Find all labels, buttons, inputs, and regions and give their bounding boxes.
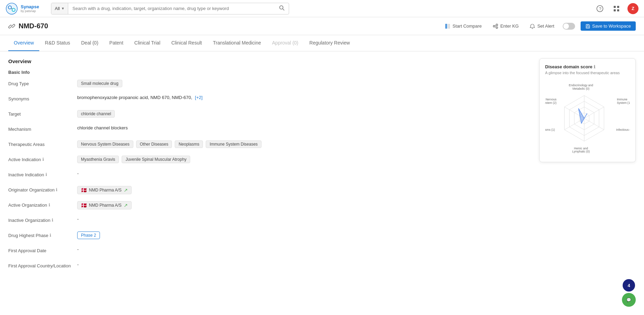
drug-highest-phase-value: Phase 2 bbox=[77, 232, 636, 239]
org-growth-icon: ↗ bbox=[124, 187, 128, 193]
label-infectious: Infectious (0) bbox=[616, 128, 630, 131]
content-area: Overview Basic Info Drug Type Small mole… bbox=[0, 51, 644, 284]
active-org-name: NMD Pharma A/S bbox=[89, 203, 122, 208]
inactive-indication-label: Inactive Indication ℹ bbox=[8, 171, 77, 177]
first-approval-date-row: First Approval Date - bbox=[8, 247, 636, 256]
drug-title-area: NMD-670 bbox=[8, 22, 48, 30]
svg-rect-11 bbox=[617, 9, 619, 11]
svg-text:?: ? bbox=[599, 6, 602, 11]
tab-translational-medicine[interactable]: Translational Medicine bbox=[207, 35, 267, 51]
originator-org-label: Originator Organization ℹ bbox=[8, 186, 77, 193]
org-flag-icon: 🇩🇰 bbox=[81, 187, 87, 193]
radar-chart: Endocrinology and Metabolic (0) Immune S… bbox=[545, 80, 630, 156]
originator-org-row: Originator Organization ℹ 🇩🇰 NMD Pharma … bbox=[8, 186, 636, 196]
synonyms-label: Synonyms bbox=[8, 95, 77, 101]
label-hemic: Hemic and bbox=[574, 147, 588, 150]
active-org-label: Active Organization ℹ bbox=[8, 201, 77, 208]
originator-org-tag[interactable]: 🇩🇰 NMD Pharma A/S ↗ bbox=[77, 186, 132, 194]
disease-panel-subtitle: A glimpse into the focused therapeutic a… bbox=[545, 71, 630, 75]
svg-point-17 bbox=[496, 27, 498, 28]
inactive-org-info-icon[interactable]: ℹ bbox=[52, 218, 53, 223]
apps-button[interactable] bbox=[611, 3, 622, 14]
tab-rd-status[interactable]: R&D Status bbox=[39, 35, 75, 51]
phase-info-icon[interactable]: ℹ bbox=[50, 233, 51, 238]
label-endocrinology: Endocrinology and bbox=[569, 83, 593, 87]
disease-panel-title: Disease domain score ℹ bbox=[545, 64, 630, 69]
svg-point-15 bbox=[493, 25, 495, 27]
kg-icon bbox=[493, 23, 498, 29]
synapse-logo bbox=[6, 2, 18, 15]
tab-clinical-result[interactable]: Clinical Result bbox=[166, 35, 207, 51]
user-avatar[interactable]: Z bbox=[627, 3, 638, 14]
first-approval-country-value: - bbox=[77, 262, 636, 267]
svg-line-19 bbox=[495, 27, 496, 27]
drug-highest-phase-row: Drug Highest Phase ℹ Phase 2 bbox=[8, 232, 636, 241]
top-navigation: Synapse by patsnap All ▼ ? bbox=[0, 0, 644, 17]
drug-header: NMD-670 Start Compare Enter KG bbox=[0, 17, 644, 35]
therapeutic-areas-label: Therapeutic Areas bbox=[8, 140, 77, 147]
disease-panel-info-icon[interactable]: ℹ bbox=[594, 65, 595, 69]
search-button[interactable] bbox=[275, 5, 289, 12]
tab-clinical-trial[interactable]: Clinical Trial bbox=[129, 35, 166, 51]
svg-line-18 bbox=[495, 25, 496, 26]
svg-rect-13 bbox=[445, 24, 447, 29]
synonyms-more-link[interactable]: [+2] bbox=[195, 95, 203, 100]
drug-type-tag: Small molecule drug bbox=[77, 80, 122, 87]
originator-org-info-icon[interactable]: ℹ bbox=[56, 187, 58, 192]
inactive-indication-info-icon[interactable]: ℹ bbox=[45, 172, 47, 177]
apps-icon bbox=[613, 6, 620, 12]
notification-badge[interactable]: 4 bbox=[623, 279, 635, 284]
label-lymphatic: Lymphatic (0) bbox=[572, 150, 590, 153]
therapeutic-area-tag-1: Nervous System Diseases bbox=[77, 140, 133, 148]
inactive-indication-row: Inactive Indication ℹ - bbox=[8, 171, 636, 180]
indication-tag-2: Juvenile Spinal Muscular Atrophy bbox=[122, 156, 190, 163]
logo-text: Synapse by patsnap bbox=[21, 4, 39, 13]
indication-tag-1: Myasthenia Gravis bbox=[77, 156, 119, 163]
tab-overview[interactable]: Overview bbox=[8, 35, 39, 51]
logo-area: Synapse by patsnap bbox=[6, 2, 47, 15]
active-indication-info-icon[interactable]: ℹ bbox=[42, 157, 44, 162]
svg-rect-14 bbox=[448, 24, 450, 29]
target-label: Target bbox=[8, 110, 77, 117]
tab-deal[interactable]: Deal (0) bbox=[76, 35, 104, 51]
start-compare-button[interactable]: Start Compare bbox=[442, 22, 484, 30]
filter-chevron-icon: ▼ bbox=[61, 7, 64, 10]
nav-right-actions: ? Z bbox=[594, 3, 638, 14]
search-filter-dropdown[interactable]: All ▼ bbox=[51, 3, 68, 14]
active-org-value: 🇩🇰 NMD Pharma A/S ↗ bbox=[77, 201, 636, 209]
set-alert-button[interactable]: Set Alert bbox=[527, 22, 557, 30]
search-input[interactable] bbox=[68, 6, 275, 11]
link-icon bbox=[8, 23, 15, 30]
synonyms-text: bromophenoxyazole propanoic acid, NMD 67… bbox=[77, 95, 192, 100]
alert-toggle[interactable] bbox=[563, 23, 575, 30]
active-org-tag[interactable]: 🇩🇰 NMD Pharma A/S ↗ bbox=[77, 201, 132, 209]
first-approval-country-label: First Approval Country/Location bbox=[8, 262, 77, 268]
phase-tag: Phase 2 bbox=[77, 232, 100, 239]
save-to-workspace-button[interactable]: Save to Workspace bbox=[581, 21, 636, 31]
label-metabolic: Metabolic (0) bbox=[573, 87, 590, 90]
tab-regulatory-review[interactable]: Regulatory Review bbox=[304, 35, 356, 51]
tab-patent[interactable]: Patent bbox=[104, 35, 129, 51]
svg-point-16 bbox=[496, 24, 498, 26]
alert-icon bbox=[530, 23, 535, 29]
active-org-flag-icon: 🇩🇰 bbox=[81, 203, 87, 208]
svg-rect-21 bbox=[587, 24, 588, 26]
enter-kg-button[interactable]: Enter KG bbox=[490, 22, 521, 30]
therapeutic-area-tag-2: Other Diseases bbox=[136, 140, 172, 148]
svg-line-12 bbox=[11, 26, 12, 27]
filter-label: All bbox=[55, 6, 60, 11]
first-approval-country-row: First Approval Country/Location - bbox=[8, 262, 636, 272]
inactive-org-row: Inactive Organization ℹ - bbox=[8, 216, 636, 226]
label-neoplasms: Neoplasms (1) bbox=[545, 128, 555, 131]
help-button[interactable]: ? bbox=[594, 3, 605, 14]
active-org-row: Active Organization ℹ 🇩🇰 NMD Pharma A/S … bbox=[8, 201, 636, 211]
search-filter-bar[interactable]: All ▼ bbox=[51, 3, 289, 14]
inactive-org-value: - bbox=[77, 216, 636, 222]
label-immune: Immune bbox=[617, 98, 627, 101]
first-approval-date-label: First Approval Date bbox=[8, 247, 77, 253]
active-org-info-icon[interactable]: ℹ bbox=[49, 203, 50, 207]
label-nervous: Nervous bbox=[545, 98, 556, 101]
inactive-org-label: Inactive Organization ℹ bbox=[8, 216, 77, 223]
svg-rect-10 bbox=[614, 9, 616, 11]
svg-point-4 bbox=[280, 6, 283, 9]
